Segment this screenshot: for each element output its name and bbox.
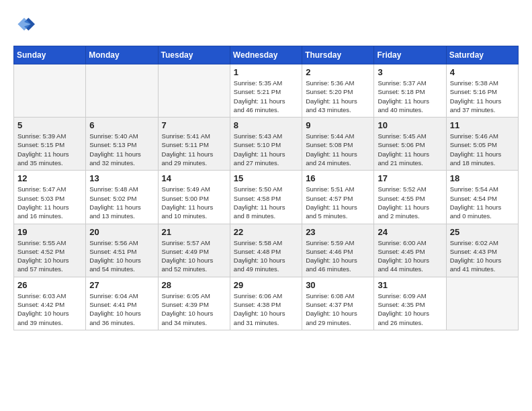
day-number: 17 [378, 173, 442, 183]
calendar-day: 5Sunrise: 5:39 AM Sunset: 5:15 PM Daylig… [14, 118, 86, 171]
calendar-day: 3Sunrise: 5:37 AM Sunset: 5:18 PM Daylig… [374, 64, 446, 118]
day-info: Sunrise: 6:02 AM Sunset: 4:43 PM Dayligh… [450, 238, 515, 274]
day-info: Sunrise: 5:52 AM Sunset: 4:55 PM Dayligh… [378, 185, 442, 220]
calendar-day: 21Sunrise: 5:57 AM Sunset: 4:49 PM Dayli… [158, 224, 230, 277]
day-header-friday: Friday [374, 46, 446, 64]
calendar-day: 13Sunrise: 5:48 AM Sunset: 5:02 PM Dayli… [86, 171, 158, 224]
day-info: Sunrise: 6:00 AM Sunset: 4:45 PM Dayligh… [378, 238, 442, 274]
day-info: Sunrise: 5:56 AM Sunset: 4:51 PM Dayligh… [89, 238, 154, 274]
day-number: 13 [89, 173, 154, 183]
day-number: 28 [162, 280, 226, 290]
day-number: 3 [378, 67, 442, 77]
day-info: Sunrise: 5:41 AM Sunset: 5:11 PM Dayligh… [162, 132, 226, 167]
day-info: Sunrise: 5:39 AM Sunset: 5:15 PM Dayligh… [17, 132, 82, 167]
calendar-day: 28Sunrise: 6:05 AM Sunset: 4:39 PM Dayli… [158, 277, 230, 330]
calendar-day: 23Sunrise: 5:59 AM Sunset: 4:46 PM Dayli… [302, 224, 374, 277]
calendar-day: 15Sunrise: 5:50 AM Sunset: 4:58 PM Dayli… [230, 171, 302, 224]
day-number: 21 [162, 227, 226, 237]
day-number: 18 [450, 173, 515, 183]
day-number: 26 [17, 280, 82, 290]
day-number: 8 [234, 120, 298, 130]
calendar-week-2: 5Sunrise: 5:39 AM Sunset: 5:15 PM Daylig… [14, 118, 519, 171]
calendar-day: 16Sunrise: 5:51 AM Sunset: 4:57 PM Dayli… [302, 171, 374, 224]
calendar-day: 25Sunrise: 6:02 AM Sunset: 4:43 PM Dayli… [446, 224, 518, 277]
day-header-saturday: Saturday [446, 46, 518, 64]
day-info: Sunrise: 5:55 AM Sunset: 4:52 PM Dayligh… [17, 238, 82, 274]
calendar-day: 10Sunrise: 5:45 AM Sunset: 5:06 PM Dayli… [374, 118, 446, 171]
day-number: 9 [306, 120, 370, 130]
day-number: 4 [450, 67, 515, 77]
day-number: 15 [234, 173, 298, 183]
logo-icon [13, 13, 35, 35]
day-info: Sunrise: 5:51 AM Sunset: 4:57 PM Dayligh… [306, 185, 370, 220]
calendar-day: 4Sunrise: 5:38 AM Sunset: 5:16 PM Daylig… [446, 64, 518, 118]
calendar-day [86, 64, 158, 118]
calendar-day: 27Sunrise: 6:04 AM Sunset: 4:41 PM Dayli… [86, 277, 158, 330]
day-number: 30 [306, 280, 370, 290]
day-number: 19 [17, 227, 82, 237]
day-number: 6 [89, 120, 154, 130]
calendar-day: 2Sunrise: 5:36 AM Sunset: 5:20 PM Daylig… [302, 64, 374, 118]
day-number: 16 [306, 173, 370, 183]
calendar-day: 30Sunrise: 6:08 AM Sunset: 4:37 PM Dayli… [302, 277, 374, 330]
day-info: Sunrise: 6:04 AM Sunset: 4:41 PM Dayligh… [89, 291, 154, 327]
calendar-day: 17Sunrise: 5:52 AM Sunset: 4:55 PM Dayli… [374, 171, 446, 224]
calendar-day: 20Sunrise: 5:56 AM Sunset: 4:51 PM Dayli… [86, 224, 158, 277]
day-info: Sunrise: 5:44 AM Sunset: 5:08 PM Dayligh… [306, 132, 370, 167]
calendar-day: 22Sunrise: 5:58 AM Sunset: 4:48 PM Dayli… [230, 224, 302, 277]
calendar-day: 19Sunrise: 5:55 AM Sunset: 4:52 PM Dayli… [14, 224, 86, 277]
day-number: 24 [378, 227, 442, 237]
day-number: 5 [17, 120, 82, 130]
day-info: Sunrise: 6:03 AM Sunset: 4:42 PM Dayligh… [17, 291, 82, 327]
day-info: Sunrise: 5:38 AM Sunset: 5:16 PM Dayligh… [450, 79, 515, 114]
day-info: Sunrise: 6:05 AM Sunset: 4:39 PM Dayligh… [162, 291, 226, 327]
calendar-day: 11Sunrise: 5:46 AM Sunset: 5:05 PM Dayli… [446, 118, 518, 171]
day-header-tuesday: Tuesday [158, 46, 230, 64]
calendar-day: 31Sunrise: 6:09 AM Sunset: 4:35 PM Dayli… [374, 277, 446, 330]
page-header [13, 13, 519, 35]
day-header-sunday: Sunday [14, 46, 86, 64]
day-number: 14 [162, 173, 226, 183]
calendar-day: 6Sunrise: 5:40 AM Sunset: 5:13 PM Daylig… [86, 118, 158, 171]
day-info: Sunrise: 5:46 AM Sunset: 5:05 PM Dayligh… [450, 132, 515, 167]
calendar-table: SundayMondayTuesdayWednesdayThursdayFrid… [13, 46, 519, 330]
day-number: 10 [378, 120, 442, 130]
day-number: 12 [17, 173, 82, 183]
day-number: 29 [234, 280, 298, 290]
calendar-day: 1Sunrise: 5:35 AM Sunset: 5:21 PM Daylig… [230, 64, 302, 118]
day-number: 25 [450, 227, 515, 237]
day-info: Sunrise: 5:47 AM Sunset: 5:03 PM Dayligh… [17, 185, 82, 220]
calendar-day [446, 277, 518, 330]
day-header-thursday: Thursday [302, 46, 374, 64]
calendar-day: 7Sunrise: 5:41 AM Sunset: 5:11 PM Daylig… [158, 118, 230, 171]
day-info: Sunrise: 5:49 AM Sunset: 5:00 PM Dayligh… [162, 185, 226, 220]
day-number: 1 [234, 67, 298, 77]
day-info: Sunrise: 5:59 AM Sunset: 4:46 PM Dayligh… [306, 238, 370, 274]
day-header-wednesday: Wednesday [230, 46, 302, 64]
day-number: 20 [89, 227, 154, 237]
day-number: 22 [234, 227, 298, 237]
logo [13, 13, 38, 35]
calendar-day: 9Sunrise: 5:44 AM Sunset: 5:08 PM Daylig… [302, 118, 374, 171]
day-number: 31 [378, 280, 442, 290]
day-number: 7 [162, 120, 226, 130]
day-info: Sunrise: 6:09 AM Sunset: 4:35 PM Dayligh… [378, 291, 442, 327]
calendar-day: 29Sunrise: 6:06 AM Sunset: 4:38 PM Dayli… [230, 277, 302, 330]
day-info: Sunrise: 5:35 AM Sunset: 5:21 PM Dayligh… [234, 79, 298, 114]
calendar-week-1: 1Sunrise: 5:35 AM Sunset: 5:21 PM Daylig… [14, 64, 519, 118]
day-number: 23 [306, 227, 370, 237]
calendar-day: 12Sunrise: 5:47 AM Sunset: 5:03 PM Dayli… [14, 171, 86, 224]
day-number: 11 [450, 120, 515, 130]
calendar-day [158, 64, 230, 118]
calendar-day: 26Sunrise: 6:03 AM Sunset: 4:42 PM Dayli… [14, 277, 86, 330]
day-info: Sunrise: 6:08 AM Sunset: 4:37 PM Dayligh… [306, 291, 370, 327]
day-info: Sunrise: 5:50 AM Sunset: 4:58 PM Dayligh… [234, 185, 298, 220]
calendar-week-3: 12Sunrise: 5:47 AM Sunset: 5:03 PM Dayli… [14, 171, 519, 224]
day-number: 27 [89, 280, 154, 290]
day-number: 2 [306, 67, 370, 77]
day-info: Sunrise: 5:40 AM Sunset: 5:13 PM Dayligh… [89, 132, 154, 167]
day-info: Sunrise: 5:58 AM Sunset: 4:48 PM Dayligh… [234, 238, 298, 274]
day-info: Sunrise: 5:37 AM Sunset: 5:18 PM Dayligh… [378, 79, 442, 114]
day-header-monday: Monday [86, 46, 158, 64]
calendar-day: 18Sunrise: 5:54 AM Sunset: 4:54 PM Dayli… [446, 171, 518, 224]
